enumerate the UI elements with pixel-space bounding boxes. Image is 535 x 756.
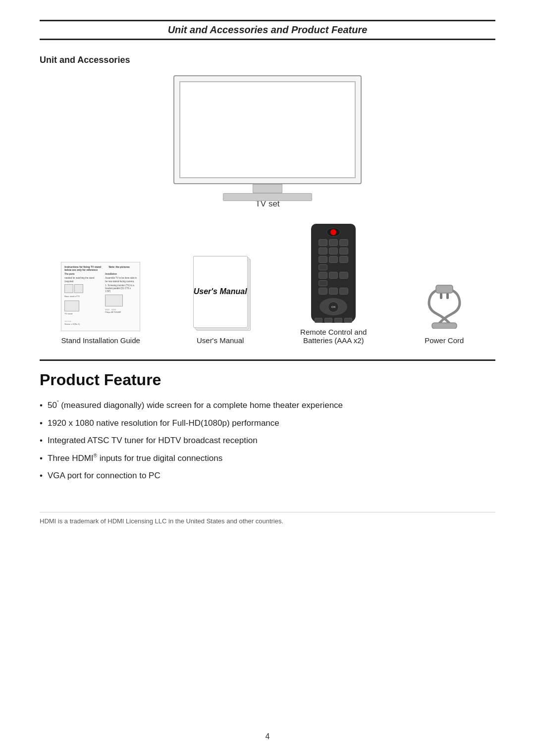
sbox-2 <box>74 284 83 293</box>
rbtn-5 <box>329 248 338 254</box>
rbtn-12 <box>339 272 348 279</box>
manual-title-label: User's Manual <box>194 287 247 297</box>
manual-title-area: User's Manual <box>194 256 247 327</box>
rbtn-wide-1 <box>319 264 327 270</box>
rsbtn-1 <box>315 318 322 323</box>
inch-mark: " <box>57 400 59 405</box>
stand-guide-right: Installation Assemble TV to be done side… <box>105 273 137 328</box>
remote-illustration: OK <box>311 224 356 323</box>
rbtn-8 <box>329 256 338 263</box>
feature-list: 50" (measured diagonally) wide screen fo… <box>40 399 495 482</box>
rbtn-1 <box>319 239 327 246</box>
header-bar: Unit and Accessories and Product Feature <box>40 20 495 40</box>
manual-pages: User's Manual <box>193 256 248 330</box>
tv-stand-neck <box>253 184 282 193</box>
tv-stand-base <box>223 193 312 201</box>
stand-arrows: ,,,,,, <box>64 317 103 323</box>
remote-label: Remote Control andBatteries (AAA x2) <box>300 328 367 345</box>
users-manual-item: User's Manual User's Manual <box>188 254 253 345</box>
power-cord-illustration <box>415 282 474 331</box>
rbtn-14 <box>329 288 338 295</box>
users-manual-illustration: User's Manual <box>188 254 253 331</box>
remote-nav-circle: OK <box>320 298 347 315</box>
remote-bottom-buttons <box>315 318 352 323</box>
stand-guide-bottom-boxes <box>64 301 103 311</box>
rsbtn-2 <box>324 318 332 323</box>
stand-guide-illustration: Instructions for fixing TV stand Note: t… <box>61 262 140 331</box>
stand-guide-label: Stand Installation Guide <box>61 336 140 345</box>
power-cord-item: Power Cord <box>415 282 474 345</box>
rbtn-9 <box>339 256 348 263</box>
tv-body <box>173 75 362 184</box>
rbtn-3 <box>339 239 348 246</box>
svg-rect-2 <box>446 293 449 299</box>
stand-guide-left: The parts needed for watching the stand … <box>64 273 103 328</box>
feature-item-1-text: 50" (measured diagonally) wide screen fo… <box>48 401 343 410</box>
feature-item-3-text: Integrated ATSC TV tuner for HDTV broadc… <box>48 436 258 445</box>
remote-control-item: OK Remote Control andBatteries (AAA x2) <box>300 224 367 345</box>
remote-top-buttons <box>319 239 348 295</box>
tv-screen <box>179 81 356 178</box>
rbtn-15 <box>339 288 348 295</box>
accessories-row: Instructions for fixing TV stand Note: t… <box>40 224 495 345</box>
sbox-3 <box>64 301 79 311</box>
header-title: Unit and Accessories and Product Feature <box>168 24 368 35</box>
manual-page-front: User's Manual <box>193 256 248 328</box>
tv-container: TV set <box>40 75 495 209</box>
sbox-1 <box>64 284 73 293</box>
rbtn-13 <box>319 288 327 295</box>
feature-item-4: Three HDMI® inputs for true digital conn… <box>40 452 495 465</box>
feature-item-3: Integrated ATSC TV tuner for HDTV broadc… <box>40 434 495 447</box>
power-cord-svg <box>417 284 472 329</box>
install-box <box>105 295 123 306</box>
rbtn-wide-2 <box>319 280 327 286</box>
svg-rect-3 <box>432 323 457 329</box>
rsbtn-4 <box>344 318 352 323</box>
feature-item-2: 1920 x 1080 native resolution for Full-H… <box>40 417 495 430</box>
rbtn-10 <box>319 272 327 279</box>
feature-item-1: 50" (measured diagonally) wide screen fo… <box>40 399 495 412</box>
stand-guide-boxes <box>64 284 103 293</box>
svg-rect-0 <box>436 285 453 293</box>
stand-guide-title-text: Instructions for fixing TV stand Note: t… <box>64 265 137 271</box>
stand-guide-content: The parts needed for watching the stand … <box>64 273 137 328</box>
tv-illustration <box>173 75 362 194</box>
install-arrows: ▽▽▽▽▽▽ <box>105 308 137 311</box>
rsbtn-3 <box>334 318 342 323</box>
product-feature-divider <box>40 359 495 361</box>
rbtn-6 <box>339 248 348 254</box>
feature-item-2-text: 1920 x 1080 native resolution for Full-H… <box>48 418 279 428</box>
stand-guide-item: Instructions for fixing TV stand Note: t… <box>61 262 140 345</box>
rbtn-7 <box>319 256 327 263</box>
users-manual-label: User's Manual <box>197 336 244 345</box>
feature-item-5-text: VGA port for connection to PC <box>48 471 160 480</box>
remote-power-indicator <box>330 229 336 235</box>
hdmi-note: HDMI is a trademark of HDMI Licensing LL… <box>40 512 495 525</box>
feature-item-5: VGA port for connection to PC <box>40 469 495 482</box>
rbtn-4 <box>319 248 327 254</box>
rbtn-11 <box>329 272 338 279</box>
rbtn-2 <box>329 239 338 246</box>
svg-rect-1 <box>440 293 442 299</box>
registered-mark: ® <box>94 453 97 458</box>
power-cord-label: Power Cord <box>425 336 464 345</box>
remote-top-circle <box>326 228 340 237</box>
page-number: 4 <box>266 732 270 741</box>
section-title: Unit and Accessories <box>40 55 495 65</box>
remote-ok-button: OK <box>328 302 339 312</box>
feature-item-4-text: Three HDMI® inputs for true digital conn… <box>48 454 222 463</box>
product-feature-title: Product Feature <box>40 371 495 389</box>
